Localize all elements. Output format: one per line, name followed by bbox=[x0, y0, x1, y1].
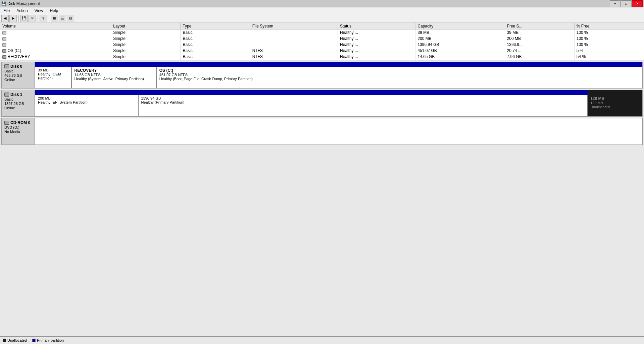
partition-segment[interactable]: 1396.94 GBHealthy (Primary Partition) bbox=[139, 95, 588, 116]
menu-bar: File Action View Help bbox=[0, 7, 644, 14]
disk-icon-sm bbox=[2, 31, 6, 35]
col-capacity[interactable]: Capacity bbox=[415, 23, 505, 30]
disk-icon-sm bbox=[2, 49, 6, 53]
partition-segment[interactable]: 200 MBHealthy (EFI System Partition) bbox=[35, 95, 139, 116]
disk-partitions-1: 200 MBHealthy (EFI System Partition)1396… bbox=[35, 90, 642, 116]
partition-segment[interactable]: RECOVERY14.65 GB NTFSHealthy (System, Ac… bbox=[72, 67, 157, 88]
partition-name: OS (C:) bbox=[159, 68, 640, 73]
col-volume[interactable]: Volume bbox=[0, 23, 111, 30]
main-content: Volume Layout Type File System Status Ca… bbox=[0, 23, 644, 336]
partition-size: 14.65 GB NTFS bbox=[75, 73, 153, 77]
maximize-button[interactable]: □ bbox=[621, 0, 632, 7]
minimize-button[interactable]: − bbox=[610, 0, 621, 7]
legend-primary-label: Primary partition bbox=[37, 338, 64, 342]
title-bar: 💾 Disk Management − □ ✕ bbox=[0, 0, 644, 7]
col-fs[interactable]: File System bbox=[250, 23, 338, 30]
partition-details: 200 MBHealthy (EFI System Partition)1396… bbox=[35, 95, 642, 116]
menu-action[interactable]: Action bbox=[14, 8, 30, 13]
disk-icon-sm bbox=[2, 43, 6, 47]
table-row[interactable]: SimpleBasicHealthy ...39 MB39 MB100 % bbox=[0, 30, 644, 36]
col-free[interactable]: Free S... bbox=[505, 23, 574, 30]
title-bar-text: Disk Management bbox=[7, 1, 40, 6]
close-button[interactable]: ✕ bbox=[632, 0, 643, 7]
disk-name-label: CD-ROM 0 bbox=[10, 120, 30, 125]
table-row[interactable]: SimpleBasicHealthy ...1396.94 GB1396.9..… bbox=[0, 42, 644, 48]
volume-table: Volume Layout Type File System Status Ca… bbox=[0, 23, 644, 60]
toolbar-save-btn[interactable]: 💾 bbox=[20, 15, 28, 22]
partition-segment[interactable]: 128 MB128 MBUnallocated bbox=[588, 95, 642, 116]
table-header: Volume Layout Type File System Status Ca… bbox=[0, 23, 644, 30]
disk-icon bbox=[4, 93, 9, 97]
title-bar-left: 💾 Disk Management bbox=[1, 1, 40, 6]
disk-row-2: CD-ROM 0DVD (D:)No Media bbox=[1, 118, 643, 145]
legend-primary: Primary partition bbox=[32, 338, 64, 342]
partition-segment[interactable]: 39 MBHealthy (OEM Partition) bbox=[35, 67, 72, 88]
table-row[interactable]: OS (C:)SimpleBasicNTFSHealthy ...451.07 … bbox=[0, 48, 644, 54]
toolbar: ◀ ▶ 💾 ✕ ? ⊞ ☰ ⊟ bbox=[0, 14, 644, 23]
legend-unallocated: Unallocated bbox=[3, 338, 27, 342]
menu-view[interactable]: View bbox=[33, 8, 45, 13]
disk-status-label: Online bbox=[4, 78, 32, 82]
toolbar-view1-btn[interactable]: ⊞ bbox=[51, 15, 58, 22]
toolbar-sep1 bbox=[18, 15, 19, 21]
partition-name: RECOVERY bbox=[75, 68, 153, 73]
disk-status-label: No Media bbox=[4, 130, 32, 134]
toolbar-cancel-btn[interactable]: ✕ bbox=[29, 15, 36, 22]
partition-status: Healthy (EFI System Partition) bbox=[38, 100, 135, 104]
col-status[interactable]: Status bbox=[338, 23, 415, 30]
partition-bar-segment bbox=[139, 90, 588, 95]
disk-size-label: 465.76 GB bbox=[4, 73, 32, 77]
toolbar-view3-btn[interactable]: ⊟ bbox=[67, 15, 74, 22]
partition-name: 128 MB bbox=[590, 96, 640, 101]
col-pct[interactable]: % Free bbox=[574, 23, 644, 30]
partition-segment[interactable]: OS (C:)451.07 GB NTFSHealthy (Boot, Page… bbox=[157, 67, 642, 88]
toolbar-sep2 bbox=[38, 15, 38, 21]
toolbar-view2-btn[interactable]: ☰ bbox=[59, 15, 66, 22]
toolbar-back-btn[interactable]: ◀ bbox=[1, 15, 9, 22]
empty-partition-area bbox=[35, 118, 642, 145]
toolbar-sep3 bbox=[49, 15, 49, 21]
partition-status: Healthy (System, Active, Primary Partiti… bbox=[75, 77, 153, 81]
legend-unalloc-box bbox=[3, 339, 6, 342]
disk-icon bbox=[4, 121, 9, 125]
disk-name-label: Disk 0 bbox=[10, 64, 22, 69]
disk-partitions-2 bbox=[35, 118, 642, 145]
partition-bar-segment bbox=[35, 62, 72, 67]
partition-bar-segment bbox=[35, 90, 139, 95]
disk-icon-sm bbox=[2, 55, 6, 59]
partition-bar-segment bbox=[588, 90, 642, 95]
disk-info-1: Disk 1Basic1397.26 GBOnline bbox=[2, 90, 35, 116]
disk-type-label: DVD (D:) bbox=[4, 125, 32, 129]
menu-help[interactable]: Help bbox=[48, 8, 60, 13]
partition-size: 1396.94 GB bbox=[141, 96, 585, 100]
partition-status: Unallocated bbox=[590, 105, 640, 109]
partition-bar bbox=[35, 62, 642, 67]
disk-status-label: Online bbox=[4, 106, 32, 110]
toolbar-help-btn[interactable]: ? bbox=[40, 15, 47, 22]
partition-size: 451.07 GB NTFS bbox=[159, 73, 640, 77]
col-layout[interactable]: Layout bbox=[111, 23, 181, 30]
disk-type-label: Basic bbox=[4, 97, 32, 101]
disk-row-1: Disk 1Basic1397.26 GBOnline200 MBHealthy… bbox=[1, 90, 643, 117]
toolbar-forward-btn[interactable]: ▶ bbox=[9, 15, 17, 22]
partition-status: Healthy (OEM Partition) bbox=[38, 72, 68, 80]
disk-name-label: Disk 1 bbox=[10, 92, 22, 97]
partition-bar-segment bbox=[72, 62, 157, 67]
partition-bar-segment bbox=[157, 62, 642, 67]
partition-status: Healthy (Primary Partition) bbox=[141, 100, 585, 104]
table-row[interactable]: RECOVERYSimpleBasicNTFSHealthy ...14.65 … bbox=[0, 54, 644, 60]
disk-info-2: CD-ROM 0DVD (D:)No Media bbox=[2, 118, 35, 145]
app-icon: 💾 bbox=[1, 1, 6, 6]
table-row[interactable]: SimpleBasicHealthy ...200 MB200 MB100 % bbox=[0, 36, 644, 42]
partition-status: Healthy (Boot, Page File, Crash Dump, Pr… bbox=[159, 77, 640, 81]
partition-size: 200 MB bbox=[38, 96, 135, 100]
disk-icon bbox=[4, 64, 9, 68]
legend-unalloc-label: Unallocated bbox=[7, 338, 27, 342]
partition-details: 39 MBHealthy (OEM Partition)RECOVERY14.6… bbox=[35, 67, 642, 88]
col-type[interactable]: Type bbox=[181, 23, 250, 30]
legend-primary-box bbox=[32, 339, 36, 342]
menu-file[interactable]: File bbox=[1, 8, 12, 13]
title-bar-controls: − □ ✕ bbox=[610, 0, 643, 7]
volume-table-area: Volume Layout Type File System Status Ca… bbox=[0, 23, 644, 60]
partition-size: 128 MB bbox=[590, 101, 640, 105]
